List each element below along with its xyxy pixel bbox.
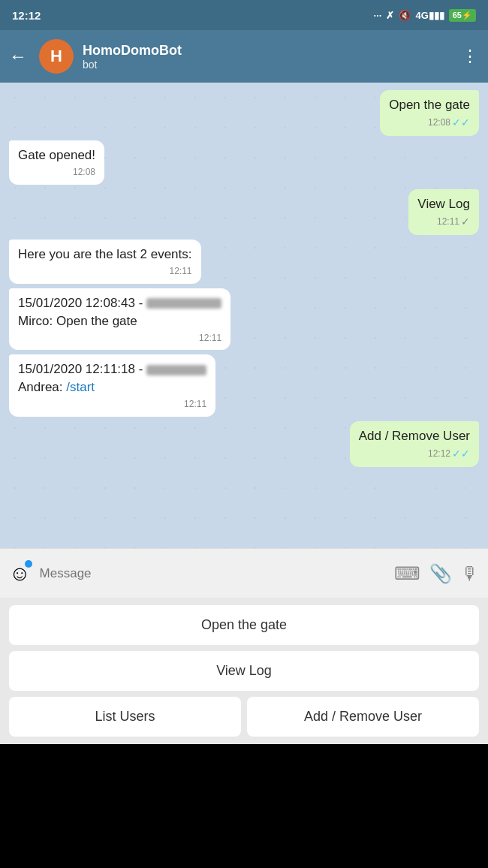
bubble-text: 15/01/2020 12:08:43 - Mirco: Open the ga…: [18, 296, 221, 328]
bubble-text: 15/01/2020 12:11:18 - Andrea: /start: [18, 362, 206, 394]
bubble-received: 15/01/2020 12:11:18 - Andrea: /start 12:…: [9, 354, 215, 416]
bubble-text: Gate opened!: [18, 148, 95, 162]
mute-icon: 🔇: [399, 10, 411, 21]
redacted-text: [146, 298, 221, 309]
message-row: 15/01/2020 12:08:43 - Mirco: Open the ga…: [9, 288, 479, 350]
bubble-text: View Log: [417, 197, 470, 211]
back-button[interactable]: ←: [9, 46, 27, 67]
input-area: ☺ ⌨ 📎 🎙: [0, 548, 488, 598]
bubble-text: Add / Remove User: [359, 429, 470, 443]
more-menu-button[interactable]: ⋮: [462, 47, 479, 66]
view-log-button[interactable]: View Log: [9, 651, 479, 691]
bubble-received: Gate opened! 12:08: [9, 140, 104, 185]
message-row: Here you are the last 2 events: 12:11: [9, 240, 479, 284]
status-icons: ··· ✗ 🔇 4G▮▮▮ 65 ⚡: [374, 9, 476, 22]
msg-time: 12:11: [170, 265, 192, 278]
check-icon: ✓✓: [452, 116, 470, 131]
list-users-button[interactable]: List Users: [9, 697, 241, 737]
bubble-received: 15/01/2020 12:08:43 - Mirco: Open the ga…: [9, 288, 230, 350]
bluetooth-icon: ✗: [386, 10, 394, 21]
chat-info: HomoDomoBot bot: [83, 43, 453, 71]
message-input[interactable]: [40, 566, 385, 581]
msg-time: 12:12: [428, 448, 450, 460]
msg-time: 12:08: [428, 116, 450, 129]
open-gate-button[interactable]: Open the gate: [9, 605, 479, 645]
bubble-sent: View Log 12:11 ✓: [408, 189, 479, 235]
message-row: Add / Remove User 12:12 ✓✓: [9, 421, 479, 467]
emoji-button-wrapper[interactable]: ☺: [9, 562, 31, 586]
msg-time: 12:11: [184, 398, 206, 411]
bot-subtitle: bot: [83, 59, 453, 71]
message-row: 15/01/2020 12:11:18 - Andrea: /start 12:…: [9, 354, 479, 416]
dots-icon: ···: [374, 10, 382, 21]
check-icon: ✓: [461, 215, 470, 230]
bubble-text: Open the gate: [389, 98, 470, 112]
battery-icon: 65 ⚡: [449, 9, 476, 22]
message-row: Open the gate 12:08 ✓✓: [9, 90, 479, 136]
add-remove-user-button[interactable]: Add / Remove User: [247, 697, 479, 737]
status-time: 12:12: [12, 9, 41, 22]
bubble-received: Here you are the last 2 events: 12:11: [9, 240, 201, 284]
message-row: View Log 12:11 ✓: [9, 189, 479, 235]
bubble-text: Here you are the last 2 events:: [18, 247, 192, 261]
chat-area: Open the gate 12:08 ✓✓ Gate opened! 12:0…: [0, 83, 488, 548]
bot-name: HomoDomoBot: [83, 43, 453, 59]
btn-row: List Users Add / Remove User: [9, 697, 479, 737]
msg-time: 12:08: [73, 166, 95, 179]
mic-button[interactable]: 🎙: [461, 563, 479, 584]
bottom-buttons: Open the gate View Log List Users Add / …: [0, 598, 488, 744]
emoji-dot-indicator: [25, 560, 32, 568]
attach-button[interactable]: 📎: [429, 563, 452, 584]
check-icon: ✓✓: [452, 447, 470, 462]
chat-header: ← H HomoDomoBot bot ⋮: [0, 30, 488, 83]
signal-icon: 4G▮▮▮: [415, 10, 444, 21]
message-row: Gate opened! 12:08: [9, 140, 479, 185]
msg-time: 12:11: [199, 332, 221, 345]
bubble-sent: Open the gate 12:08 ✓✓: [380, 90, 479, 136]
avatar: H: [39, 39, 74, 74]
bubble-sent: Add / Remove User 12:12 ✓✓: [350, 421, 479, 467]
start-link[interactable]: /start: [66, 380, 95, 394]
keyboard-button[interactable]: ⌨: [394, 563, 420, 584]
redacted-text: [146, 365, 206, 375]
status-bar: 12:12 ··· ✗ 🔇 4G▮▮▮ 65 ⚡: [0, 0, 488, 30]
msg-time: 12:11: [437, 215, 459, 228]
